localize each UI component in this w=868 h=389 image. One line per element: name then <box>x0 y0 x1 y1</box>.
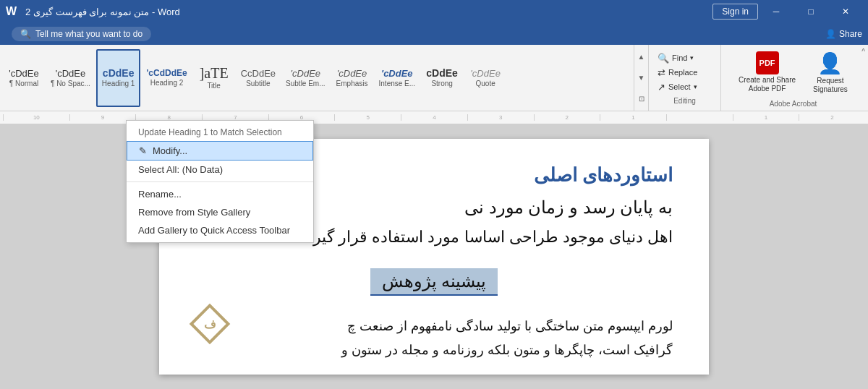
ctx-select-all[interactable]: Select All: (No Data) <box>127 161 313 179</box>
doc-lorem1: لورم ایپسوم متن ساختگی با تولید سادگی نا… <box>195 315 673 338</box>
restore-button[interactable]: □ <box>794 0 827 23</box>
editing-section-title: Editing <box>655 97 715 105</box>
ctx-remove[interactable]: Remove from Style Gallery <box>127 203 313 221</box>
title-bar-left: W متن نمونه برای فهرست گیری 2 - Word <box>6 5 180 18</box>
find-button[interactable]: 🔍 Find ▾ <box>655 51 715 65</box>
logo-watermark: ف <box>188 302 231 346</box>
adobe-buttons: PDF Create and ShareAdobe PDF 👤 RequestS… <box>733 48 854 97</box>
modify-icon: ✎ <box>139 145 147 156</box>
minimize-button[interactable]: ─ <box>760 0 793 23</box>
style-title[interactable]: ]aTE Title <box>193 49 235 107</box>
context-menu: Update Heading 1 to Match Selection ✎ Mo… <box>126 120 314 243</box>
search-icon: 🔍 <box>20 29 31 39</box>
sign-in-button[interactable]: Sign in <box>712 4 758 20</box>
doc-lorem2: گرافیک است، چاپگرها و متون بلکه روزنامه … <box>195 338 673 362</box>
select-button[interactable]: ↗ Select ▾ <box>655 80 715 94</box>
collapse-ribbon-button[interactable]: ^ <box>861 48 865 56</box>
title-bar-controls: Sign in ─ □ ✕ <box>712 0 862 23</box>
ctx-add-gallery[interactable]: Add Gallery to Quick Access Toolbar <box>127 221 313 239</box>
tell-me-input[interactable]: 🔍 Tell me what you want to do <box>12 27 151 41</box>
logo-text: ف <box>204 317 216 331</box>
word-icon: W <box>6 5 17 18</box>
adobe-section-title: Adobe Acrobat <box>727 100 859 108</box>
style-subtle-emphasis[interactable]: 'cDdEe Subtle Em... <box>281 49 329 107</box>
select-icon: ↗ <box>658 82 665 93</box>
replace-icon: ⇄ <box>658 67 665 78</box>
style-quote[interactable]: 'cDdEe Quote <box>464 49 506 107</box>
style-strong[interactable]: cDdEe Strong <box>421 49 463 107</box>
gallery-down-arrow[interactable]: ▼ <box>636 74 647 82</box>
create-share-pdf-button[interactable]: PDF Create and ShareAdobe PDF <box>733 48 801 97</box>
adobe-pdf-icon: PDF <box>756 51 779 74</box>
editing-buttons: 🔍 Find ▾ ⇄ Replace ↗ Select ▾ <box>655 51 715 94</box>
style-emphasis[interactable]: 'cDdEe Emphasis <box>331 49 373 107</box>
style-no-spacing[interactable]: 'cDdEe ¶ No Spac... <box>46 49 95 107</box>
request-sig-icon: 👤 <box>817 51 843 75</box>
style-intense-emphasis[interactable]: 'cDdEe Intense E... <box>375 49 420 107</box>
menu-bar: 🔍 Tell me what you want to do 👤 Share <box>0 23 868 45</box>
heading-container: پیشینه پژوهش <box>195 261 673 303</box>
styles-gallery: 'cDdEe ¶ Normal 'cDdEe ¶ No Spac... cDdE… <box>3 45 634 111</box>
gallery-more-arrow[interactable]: ⊡ <box>636 95 647 103</box>
title-bar: W متن نمونه برای فهرست گیری 2 - Word Sig… <box>0 0 868 23</box>
title-bar-title: متن نمونه برای فهرست گیری 2 - Word <box>25 7 180 17</box>
ctx-rename[interactable]: Rename... <box>127 185 313 203</box>
section-heading: پیشینه پژوهش <box>370 268 498 296</box>
request-signatures-button[interactable]: 👤 RequestSignatures <box>807 48 854 97</box>
ctx-separator-1 <box>127 181 313 182</box>
gallery-scroll: ▲ ▼ ⊡ <box>634 45 648 111</box>
gallery-up-arrow[interactable]: ▲ <box>636 53 647 61</box>
style-heading2[interactable]: 'cCdDdEe Heading 2 <box>142 49 191 107</box>
style-normal[interactable]: 'cDdEe ¶ Normal <box>3 49 45 107</box>
close-button[interactable]: ✕ <box>829 0 862 23</box>
ctx-update-heading[interactable]: Update Heading 1 to Match Selection <box>127 124 313 141</box>
editing-section: 🔍 Find ▾ ⇄ Replace ↗ Select ▾ Editing <box>648 45 720 111</box>
adobe-section: PDF Create and ShareAdobe PDF 👤 RequestS… <box>720 45 865 111</box>
ctx-modify[interactable]: ✎ Modify... <box>127 141 313 161</box>
tell-me-label: Tell me what you want to do <box>35 29 142 39</box>
share-icon: 👤 <box>825 29 836 39</box>
find-icon: 🔍 <box>658 53 669 64</box>
replace-button[interactable]: ⇄ Replace <box>655 66 715 80</box>
ribbon: 'cDdEe ¶ Normal 'cDdEe ¶ No Spac... cDdE… <box>0 45 868 111</box>
style-heading1[interactable]: cDdEe Heading 1 <box>96 49 141 107</box>
style-subtitle[interactable]: CcDdEe Subtitle <box>237 49 280 107</box>
share-button[interactable]: 👤 Share <box>825 29 862 39</box>
